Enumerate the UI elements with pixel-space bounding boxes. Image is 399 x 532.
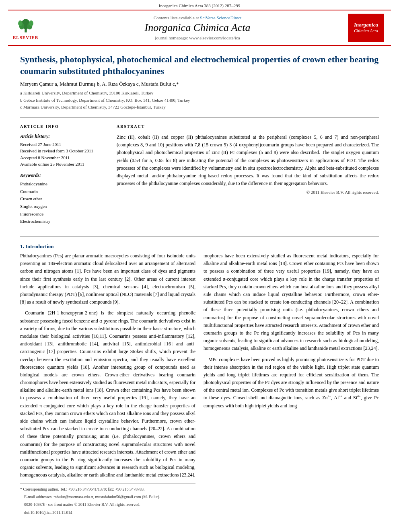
- logo-line1: Inorganica: [354, 22, 378, 28]
- copyright-line: © 2011 Elsevier B.V. All rights reserved…: [117, 190, 379, 195]
- abstract-label: ABSTRACT: [117, 124, 379, 130]
- divider-top: [20, 117, 379, 118]
- footnote-email: E-mail addresses: mbulut@marmara.edu.tr,…: [20, 494, 195, 500]
- article-title: Synthesis, photophysical, photochemical …: [20, 54, 379, 77]
- intro-para-2: Coumarin (2H-1-benzopyran-2-one) is the …: [20, 309, 195, 479]
- keywords-group: Keywords: Phthalocyanine Coumarin Crown …: [20, 173, 109, 225]
- body-col-right: mophores have been extensively studied a…: [204, 252, 379, 517]
- keywords-label: Keywords:: [20, 173, 109, 179]
- doi-line: doi:10.1016/j.ica.2011.11.014: [20, 509, 195, 516]
- sciverse-text: Contents lists available at SciVerse Sci…: [49, 15, 346, 20]
- elsevier-logo: ELSEVIER: [13, 16, 39, 40]
- affiliation-a: a Kırklareli University, Department of C…: [20, 90, 379, 97]
- abstract-text: Zinc (II), cobalt (II) and copper (II) p…: [117, 134, 379, 187]
- intro-para-1: Phthalocyanines (Pcs) are planar aromati…: [20, 252, 195, 306]
- logo-line2: Chimica Acta: [354, 28, 378, 33]
- footnote-issn: 0020-1693/$ - see front matter © 2011 El…: [20, 501, 195, 508]
- elsevier-tree-icon: [16, 16, 36, 34]
- elsevier-label: ELSEVIER: [13, 35, 39, 40]
- authors-text: Meryem Çamur a, Mahmut Durmuş b, A. Rıza…: [20, 81, 179, 87]
- article-history: Article history: Received 27 June 2011 R…: [20, 134, 109, 168]
- journal-logo-box-container: Inorganica Chimica Acta: [346, 14, 386, 42]
- affiliation-b: b Gebze Institute of Technology, Departm…: [20, 97, 379, 104]
- keyword-1: Phthalocyanine: [20, 180, 109, 188]
- affiliations: a Kırklareli University, Department of C…: [20, 90, 379, 111]
- contents-text: Contents lists available at: [154, 15, 199, 20]
- keyword-4: Singlet oxygen: [20, 203, 109, 210]
- affiliation-c: c Marmara University, Department of Chem…: [20, 104, 379, 111]
- svg-point-5: [29, 20, 33, 26]
- keyword-5: Fluorescence: [20, 210, 109, 218]
- keyword-6: Electrochemistry: [20, 218, 109, 225]
- history-label: Article history:: [20, 134, 109, 140]
- received-date: Received 27 June 2011: [20, 141, 109, 148]
- received-revised-date: Received in revised form 3 October 2011: [20, 148, 109, 154]
- authors: Meryem Çamur a, Mahmut Durmuş b, A. Rıza…: [20, 81, 379, 87]
- accepted-date: Accepted 8 November 2011: [20, 154, 109, 161]
- journal-homepage: journal homepage: www.elsevier.com/locat…: [49, 35, 346, 40]
- divider-section: [20, 236, 379, 237]
- svg-point-4: [18, 20, 23, 26]
- journal-title: Inorganica Chimica Acta: [49, 22, 346, 34]
- main-content: Synthesis, photophysical, photochemical …: [0, 46, 399, 525]
- citation-text: Inorganica Chimica Acta 383 (2012) 287–2…: [159, 3, 240, 8]
- available-date: Available online 25 November 2011: [20, 161, 109, 168]
- body-col-left: Phthalocyanines (Pcs) are planar aromati…: [20, 252, 195, 517]
- keyword-2: Coumarin: [20, 188, 109, 195]
- right-para-2: MPc complexes have been proved as highly…: [204, 356, 379, 410]
- elsevier-branding: ELSEVIER: [13, 14, 49, 42]
- journal-logo-box: Inorganica Chimica Acta: [348, 14, 384, 42]
- journal-header-center: Contents lists available at SciVerse Sci…: [49, 14, 346, 42]
- abstract-body: Zinc (II), cobalt (II) and copper (II) p…: [117, 134, 379, 186]
- abstract-col: ABSTRACT Zinc (II), cobalt (II) and copp…: [117, 124, 379, 230]
- top-citation: Inorganica Chimica Acta 383 (2012) 287–2…: [0, 0, 399, 10]
- article-info-abstract: ARTICLE INFO Article history: Received 2…: [20, 124, 379, 230]
- keywords-list: Phthalocyanine Coumarin Crown ether Sing…: [20, 180, 109, 225]
- keyword-3: Crown ether: [20, 195, 109, 203]
- article-info-label: ARTICLE INFO: [20, 124, 109, 130]
- footnotes: * Corresponding author. Tel.: +90 216 34…: [20, 483, 195, 516]
- section1-title: 1. Introduction: [20, 243, 379, 250]
- sciverse-link[interactable]: SciVerse ScienceDirect: [200, 15, 241, 20]
- article-info-col: ARTICLE INFO Article history: Received 2…: [20, 124, 109, 230]
- section1-body: Phthalocyanines (Pcs) are planar aromati…: [20, 252, 379, 517]
- footnote-corresponding: * Corresponding author. Tel.: +90 216 34…: [20, 486, 195, 493]
- journal-header: ELSEVIER Contents lists available at Sci…: [8, 10, 391, 46]
- right-para-1: mophores have been extensively studied a…: [204, 252, 379, 352]
